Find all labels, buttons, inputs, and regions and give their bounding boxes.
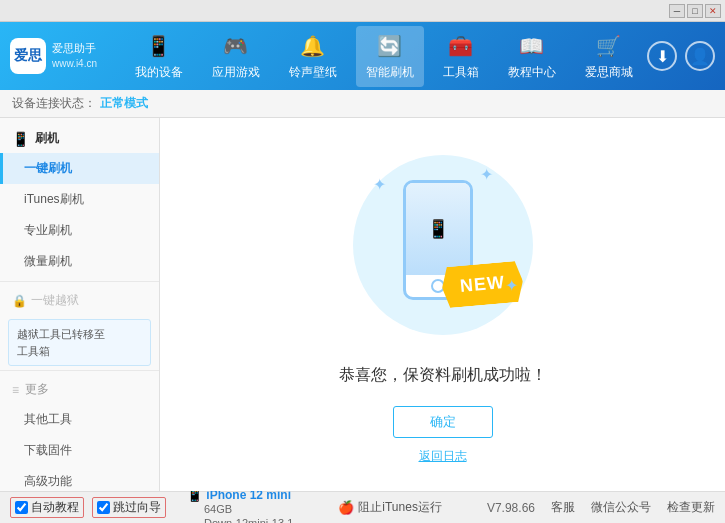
pro-flash-label: 专业刷机: [24, 223, 72, 237]
phone-screen-icon: 📱: [427, 218, 449, 240]
wechat-public-link[interactable]: 微信公众号: [591, 499, 651, 516]
nav-item-ringtones[interactable]: 🔔 铃声壁纸: [279, 26, 347, 87]
nav-item-toolbox[interactable]: 🧰 工具箱: [433, 26, 489, 87]
main-content: 📱 刷机 一键刷机 iTunes刷机 专业刷机 微量刷机 🔒 一键越狱 越狱工具…: [0, 118, 725, 491]
check-update-link[interactable]: 检查更新: [667, 499, 715, 516]
device-storage: 64GB: [204, 503, 232, 515]
top-nav: 爱思 爱思助手 www.i4.cn 📱 我的设备 🎮 应用游戏 🔔 铃声壁纸 🔄…: [0, 22, 725, 90]
lock-icon: 🔒: [12, 294, 27, 308]
nav-items: 📱 我的设备 🎮 应用游戏 🔔 铃声壁纸 🔄 智能刷机 🧰 工具箱 📖 教程中心…: [120, 26, 647, 87]
sidebar-item-advanced[interactable]: 高级功能: [0, 466, 159, 491]
phone-screen: 📱: [406, 183, 470, 275]
sparkle-2-icon: ✦: [480, 165, 493, 184]
customer-service-link[interactable]: 客服: [551, 499, 575, 516]
ringtones-icon: 🔔: [299, 32, 327, 60]
bottom-bar: 自动教程 跳过向导 📱 iPhone 12 mini 64GB Down-12m…: [0, 491, 725, 523]
phone-home-button: [431, 279, 445, 293]
maximize-button[interactable]: □: [687, 4, 703, 18]
logo-area: 爱思 爱思助手 www.i4.cn: [10, 38, 100, 74]
nav-label-ringtones: 铃声壁纸: [289, 64, 337, 81]
bottom-right: V7.98.66 客服 微信公众号 检查更新: [487, 499, 715, 516]
lock-section: 🔒 一键越狱: [0, 286, 159, 315]
more-bars-icon: ≡: [12, 383, 19, 397]
center-area: 📱 NEW ✦ ✦ ✦ 恭喜您，保资料刷机成功啦！ 确定 返回日志: [160, 118, 725, 491]
download-firmware-label: 下载固件: [24, 443, 72, 457]
auto-guide-label: 自动教程: [31, 499, 79, 516]
user-button[interactable]: 👤: [685, 41, 715, 71]
device-icon: 📱: [145, 32, 173, 60]
sidebar-item-download-firmware[interactable]: 下载固件: [0, 435, 159, 466]
logo-text: 爱思助手 www.i4.cn: [52, 41, 97, 70]
other-tools-label: 其他工具: [24, 412, 72, 426]
stop-itunes-icon: 🍎: [338, 500, 354, 515]
nav-item-tutorial[interactable]: 📖 教程中心: [498, 26, 566, 87]
success-illustration: 📱 NEW ✦ ✦ ✦: [343, 145, 543, 345]
logo-symbol: 爱思: [14, 47, 42, 65]
close-button[interactable]: ✕: [705, 4, 721, 18]
sidebar-section-more-header: ≡ 更多: [0, 375, 159, 404]
tutorial-icon: 📖: [518, 32, 546, 60]
device-info: 📱 iPhone 12 mini 64GB Down-12mini-13,1: [186, 486, 293, 524]
status-value: 正常模式: [100, 95, 148, 112]
skip-guide-label: 跳过向导: [113, 499, 161, 516]
advanced-label: 高级功能: [24, 474, 72, 488]
one-key-flash-label: 一键刷机: [24, 161, 72, 175]
title-bar-controls[interactable]: ─ □ ✕: [669, 4, 721, 18]
version-label: V7.98.66: [487, 501, 535, 515]
sparkle-3-icon: ✦: [505, 276, 518, 295]
auto-guide-checkbox[interactable]: 自动教程: [10, 497, 84, 518]
nav-label-apps: 应用游戏: [212, 64, 260, 81]
info-box: 越狱工具已转移至工具箱: [8, 319, 151, 366]
nav-label-smart-flash: 智能刷机: [366, 64, 414, 81]
logo-icon: 爱思: [10, 38, 46, 74]
download-button[interactable]: ⬇: [647, 41, 677, 71]
flash-section-icon: 📱: [12, 131, 29, 147]
device-model: Down-12mini-13,1: [204, 517, 293, 524]
confirm-button[interactable]: 确定: [393, 406, 493, 438]
nav-item-mall[interactable]: 🛒 爱思商城: [575, 26, 643, 87]
flash-section-label: 刷机: [35, 130, 59, 147]
re-setup-link[interactable]: 返回日志: [419, 448, 467, 465]
info-box-text: 越狱工具已转移至工具箱: [17, 328, 105, 357]
bottom-left: 自动教程 跳过向导 📱 iPhone 12 mini 64GB Down-12m…: [10, 486, 293, 524]
nav-label-mall: 爱思商城: [585, 64, 633, 81]
nav-item-my-device[interactable]: 📱 我的设备: [125, 26, 193, 87]
wipe-flash-label: 微量刷机: [24, 254, 72, 268]
logo-line2: www.i4.cn: [52, 57, 97, 71]
auto-guide-input[interactable]: [15, 501, 28, 514]
nav-label-my-device: 我的设备: [135, 64, 183, 81]
logo-line1: 爱思助手: [52, 41, 97, 56]
apps-icon: 🎮: [222, 32, 250, 60]
smart-flash-icon: 🔄: [376, 32, 404, 60]
itunes-flash-label: iTunes刷机: [24, 192, 84, 206]
lock-label: 一键越狱: [31, 292, 79, 309]
status-bar: 设备连接状态： 正常模式: [0, 90, 725, 118]
sidebar-item-one-key-flash[interactable]: 一键刷机: [0, 153, 159, 184]
title-bar: ─ □ ✕: [0, 0, 725, 22]
sidebar-divider-2: [0, 370, 159, 371]
stop-itunes-area: 🍎 阻止iTunes运行: [338, 499, 442, 516]
more-section-label: 更多: [25, 381, 49, 398]
nav-item-apps-games[interactable]: 🎮 应用游戏: [202, 26, 270, 87]
skip-guide-input[interactable]: [97, 501, 110, 514]
sidebar-item-pro-flash[interactable]: 专业刷机: [0, 215, 159, 246]
sidebar-item-itunes-flash[interactable]: iTunes刷机: [0, 184, 159, 215]
nav-label-tutorial: 教程中心: [508, 64, 556, 81]
mall-icon: 🛒: [595, 32, 623, 60]
sidebar-section-flash-header: 📱 刷机: [0, 124, 159, 153]
nav-label-toolbox: 工具箱: [443, 64, 479, 81]
sidebar-divider-1: [0, 281, 159, 282]
minimize-button[interactable]: ─: [669, 4, 685, 18]
success-text: 恭喜您，保资料刷机成功啦！: [339, 365, 547, 386]
nav-right: ⬇ 👤: [647, 41, 715, 71]
sparkle-1-icon: ✦: [373, 175, 386, 194]
stop-itunes-label: 阻止iTunes运行: [358, 499, 442, 516]
toolbox-icon: 🧰: [447, 32, 475, 60]
skip-guide-checkbox[interactable]: 跳过向导: [92, 497, 166, 518]
sidebar-item-other-tools[interactable]: 其他工具: [0, 404, 159, 435]
sidebar-item-wipe-flash[interactable]: 微量刷机: [0, 246, 159, 277]
status-label: 设备连接状态：: [12, 95, 96, 112]
nav-item-smart-flash[interactable]: 🔄 智能刷机: [356, 26, 424, 87]
sidebar: 📱 刷机 一键刷机 iTunes刷机 专业刷机 微量刷机 🔒 一键越狱 越狱工具…: [0, 118, 160, 491]
